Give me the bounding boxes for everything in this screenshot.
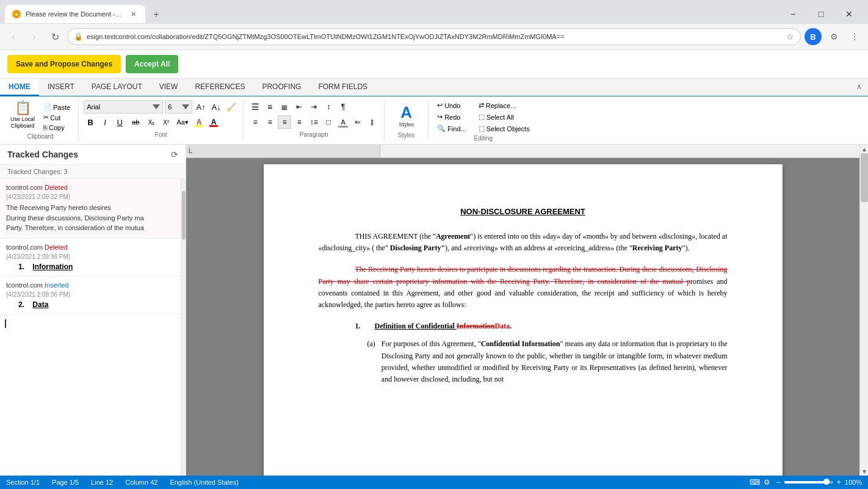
address-bar[interactable]: 🔒 esign.textcontrol.com/collaboration/ed… bbox=[67, 28, 801, 45]
ribbon-content: 📋 Use Local Clipboard 📄 Paste ✂ Cut ⎘ Co… bbox=[0, 96, 868, 145]
zoom-control[interactable]: − + 100% bbox=[776, 478, 862, 487]
align-left-button[interactable]: ≡ bbox=[248, 115, 262, 129]
columns-button[interactable]: ⫿ bbox=[366, 115, 379, 129]
undo-button[interactable]: ↩ Undo bbox=[433, 100, 470, 110]
font-family-select[interactable]: Arial bbox=[84, 100, 163, 114]
tab-page-layout[interactable]: PAGE LAYOUT bbox=[83, 79, 151, 96]
border-button[interactable]: □ bbox=[322, 115, 335, 129]
line-spacing-button[interactable]: ↕≡ bbox=[307, 115, 320, 129]
tracked-change-1[interactable]: tcontrol.com Deleted (4/23/2021 2:09:32 … bbox=[0, 179, 181, 239]
forward-button[interactable]: › bbox=[26, 28, 43, 45]
subscript-button[interactable]: X₂ bbox=[145, 115, 158, 129]
section-1a-text: For purposes of this Agreement, "Confide… bbox=[382, 338, 728, 385]
ruler: L | 1 2 3 4 5 6 7 | 8 bbox=[186, 145, 859, 158]
sidebar-content: tcontrol.com Deleted (4/23/2021 2:09:32 … bbox=[0, 179, 186, 476]
select-all-button[interactable]: ⬚ Select All bbox=[475, 112, 533, 122]
accept-all-button[interactable]: Accept All bbox=[126, 55, 178, 73]
menu-button[interactable]: ⋮ bbox=[846, 28, 863, 45]
tab-proofing[interactable]: PROOFING bbox=[253, 79, 309, 96]
zoom-slider[interactable] bbox=[784, 481, 833, 484]
zoom-out-button[interactable]: − bbox=[776, 478, 781, 487]
align-center-button[interactable]: ≡ bbox=[263, 115, 277, 129]
profile-button[interactable]: B bbox=[805, 28, 822, 45]
font-size-select[interactable]: 6 bbox=[165, 100, 192, 114]
tab-close-icon[interactable]: ✕ bbox=[128, 9, 138, 19]
increase-indent-button[interactable]: ⇥ bbox=[307, 100, 320, 114]
clear-format-button[interactable]: 🧹 bbox=[225, 100, 238, 114]
ribbon-group-clipboard: 📋 Use Local Clipboard 📄 Paste ✂ Cut ⎘ Co… bbox=[2, 99, 79, 141]
scrollbar-thumb[interactable] bbox=[861, 153, 868, 202]
case-button[interactable]: Aa▾ bbox=[174, 115, 191, 129]
strikethrough-button[interactable]: ab bbox=[128, 115, 143, 129]
decrease-font-button[interactable]: A↓ bbox=[209, 100, 223, 114]
document-title: NON-DISCLOSURE AGREEMENT bbox=[319, 207, 728, 216]
browser-tab[interactable]: ● Please review the Document - Te... ✕ bbox=[5, 5, 145, 23]
tracked-change-2[interactable]: tcontrol.com Deleted (4/23/2021 2:09:36 … bbox=[0, 239, 181, 277]
section-number: 1. bbox=[355, 322, 361, 330]
find-button[interactable]: 🔍 Find... bbox=[433, 123, 470, 134]
shading-button[interactable]: A bbox=[336, 115, 350, 129]
tab-references[interactable]: REFERENCES bbox=[186, 79, 253, 96]
document-scroll-area[interactable]: NON-DISCLOSURE AGREEMENT THIS AGREEMENT … bbox=[186, 158, 859, 476]
save-propose-button[interactable]: Save and Propose Changes bbox=[7, 55, 121, 73]
underline-button[interactable]: U bbox=[113, 115, 126, 129]
use-local-clipboard-button[interactable]: 📋 Use Local Clipboard bbox=[7, 100, 38, 131]
show-paragraph-button[interactable]: ¶ bbox=[336, 100, 350, 114]
maximize-button[interactable]: □ bbox=[807, 5, 835, 23]
clipboard-label: Clipboard bbox=[27, 133, 54, 140]
font-color-button[interactable]: A bbox=[207, 115, 220, 129]
sidebar-reset-button[interactable]: ⟳ bbox=[171, 150, 178, 159]
back-button[interactable]: ‹ bbox=[5, 28, 22, 45]
close-window-button[interactable]: ✕ bbox=[835, 5, 863, 23]
replace-button[interactable]: ⇄ Replace... bbox=[475, 100, 533, 110]
scrollbar-down-button[interactable]: ▼ bbox=[860, 467, 868, 476]
decrease-indent-button[interactable]: ⇤ bbox=[292, 100, 306, 114]
section-1a: (a) For purposes of this Agreement, "Con… bbox=[367, 338, 728, 385]
font-label: Font bbox=[84, 131, 238, 138]
select-objects-button[interactable]: ⬚ Select Objects bbox=[475, 123, 533, 134]
tab-view[interactable]: VIEW bbox=[151, 79, 187, 96]
new-tab-button[interactable]: + bbox=[148, 6, 165, 23]
sidebar-scrollbar-thumb[interactable] bbox=[182, 191, 186, 240]
document-page: NON-DISCLOSURE AGREEMENT THIS AGREEMENT … bbox=[264, 164, 783, 476]
app-toolbar: Save and Propose Changes Accept All bbox=[0, 50, 868, 79]
tab-form-fields[interactable]: FORM FIELDS bbox=[309, 79, 376, 96]
superscript-button[interactable]: X² bbox=[159, 115, 173, 129]
change-2-author: tcontrol.com bbox=[6, 244, 43, 251]
receiving-party-bold: Receiving Party bbox=[632, 244, 682, 252]
paste-button[interactable]: 📄 Paste bbox=[40, 103, 73, 112]
copy-button[interactable]: ⎘ Copy bbox=[40, 123, 73, 132]
minimize-button[interactable]: − bbox=[779, 5, 807, 23]
settings-icon: ⚙ bbox=[764, 478, 770, 487]
zoom-in-button[interactable]: + bbox=[837, 478, 841, 487]
align-right-button[interactable]: ≡ bbox=[278, 115, 291, 129]
reload-button[interactable]: ↻ bbox=[46, 28, 63, 45]
sidebar-scrollbar[interactable] bbox=[181, 179, 186, 476]
extensions-button[interactable]: ⚙ bbox=[825, 28, 842, 45]
status-line: Line 12 bbox=[91, 479, 113, 486]
right-to-left-button[interactable]: ⇐ bbox=[351, 115, 364, 129]
select-all-icon: ⬚ bbox=[479, 113, 485, 121]
multilevel-button[interactable]: ≣ bbox=[278, 100, 291, 114]
tracked-change-3[interactable]: tcontrol.com Inserted (4/23/2021 2:09:36… bbox=[0, 277, 181, 314]
redo-button[interactable]: ↪ Redo bbox=[433, 112, 470, 122]
agreement-bold: Agreement bbox=[436, 232, 470, 241]
italic-button[interactable]: I bbox=[98, 115, 112, 129]
align-justify-button[interactable]: ≡ bbox=[292, 115, 306, 129]
main-scrollbar[interactable]: ▲ ▼ bbox=[859, 145, 868, 476]
increase-font-button[interactable]: A↑ bbox=[194, 100, 208, 114]
bullets-button[interactable]: ☰ bbox=[248, 100, 262, 114]
numbering-button[interactable]: ≡ bbox=[263, 100, 277, 114]
sort-button[interactable]: ↕ bbox=[322, 100, 335, 114]
ribbon-collapse-button[interactable]: ∧ bbox=[850, 79, 868, 96]
scrollbar-up-button[interactable]: ▲ bbox=[860, 145, 868, 153]
tab-home[interactable]: HOME bbox=[0, 79, 39, 96]
tab-insert[interactable]: INSERT bbox=[39, 79, 83, 96]
status-page: Page 1/5 bbox=[52, 479, 79, 486]
zoom-level: 100% bbox=[845, 479, 862, 486]
bookmark-icon[interactable]: ☆ bbox=[786, 32, 794, 42]
bold-button[interactable]: B bbox=[84, 115, 97, 129]
styles-button[interactable]: A Styles bbox=[389, 100, 423, 132]
cut-button[interactable]: ✂ Cut bbox=[40, 113, 73, 122]
highlight-color-button[interactable]: A bbox=[192, 115, 206, 129]
